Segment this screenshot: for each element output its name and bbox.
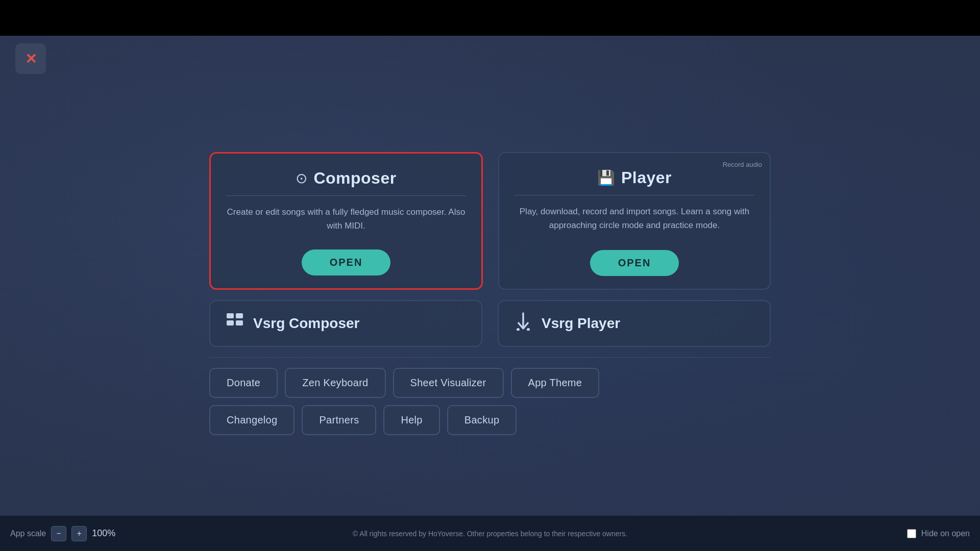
cards-row: ⊙ Composer Create or edit songs with a f… [209, 152, 771, 290]
buttons-row-1: Donate Zen Keyboard Sheet Visualizer App… [209, 368, 771, 398]
changelog-button[interactable]: Changelog [209, 405, 295, 435]
player-title-row: 💾 Player [514, 168, 754, 195]
buttons-row-2: Changelog Partners Help Backup [209, 405, 771, 435]
composer-title: Composer [313, 169, 396, 188]
record-audio-label: Record audio [723, 161, 762, 168]
help-button[interactable]: Help [383, 405, 439, 435]
backup-button[interactable]: Backup [447, 405, 517, 435]
vsrg-composer-card[interactable]: Vsrg Composer [209, 300, 482, 347]
player-description: Play, download, record and import songs.… [514, 205, 754, 238]
player-title: Player [621, 168, 672, 187]
scale-value: 100% [92, 528, 115, 539]
hide-on-open-label: Hide on open [921, 529, 970, 538]
zen-keyboard-button[interactable]: Zen Keyboard [285, 368, 385, 398]
vsrg-player-icon [514, 312, 532, 335]
vsrg-composer-title: Vsrg Composer [253, 315, 360, 332]
scale-plus-button[interactable]: + [71, 526, 87, 541]
hide-on-open-checkbox[interactable] [907, 529, 916, 538]
top-bar [0, 0, 980, 36]
vsrg-row: Vsrg Composer Vsrg Player [209, 300, 771, 347]
app-scale-label: App scale [10, 529, 46, 538]
svg-rect-0 [227, 313, 234, 318]
divider [209, 357, 771, 358]
svg-rect-1 [236, 313, 243, 318]
app-theme-button[interactable]: App Theme [511, 368, 600, 398]
composer-open-button[interactable]: OPEN [302, 249, 391, 276]
partners-button[interactable]: Partners [302, 405, 376, 435]
player-open-button[interactable]: OPEN [590, 250, 679, 276]
footer-left: App scale − + 100% [10, 526, 115, 541]
svg-rect-2 [227, 320, 234, 325]
buttons-section: Donate Zen Keyboard Sheet Visualizer App… [209, 368, 771, 435]
vsrg-player-card[interactable]: Vsrg Player [498, 300, 771, 347]
composer-description: Create or edit songs with a fully fledge… [226, 205, 466, 238]
composer-card: ⊙ Composer Create or edit songs with a f… [209, 152, 483, 290]
donate-button[interactable]: Donate [209, 368, 278, 398]
sheet-visualizer-button[interactable]: Sheet Visualizer [393, 368, 504, 398]
footer: App scale − + 100% © All rights reserved… [0, 515, 980, 551]
svg-point-5 [517, 328, 520, 331]
svg-point-6 [527, 328, 530, 331]
composer-icon: ⊙ [296, 170, 307, 187]
vsrg-player-title: Vsrg Player [542, 315, 620, 332]
main-container: ⊙ Composer Create or edit songs with a f… [0, 36, 980, 551]
close-button[interactable]: ✕ [15, 43, 46, 74]
scale-minus-button[interactable]: − [51, 526, 66, 541]
composer-title-row: ⊙ Composer [226, 169, 466, 196]
player-card: Record audio 💾 Player Play, download, re… [498, 152, 771, 290]
svg-rect-3 [236, 320, 243, 325]
vsrg-composer-icon [226, 312, 244, 335]
footer-right: Hide on open [907, 529, 970, 538]
close-icon: ✕ [25, 51, 37, 67]
footer-copyright: © All rights reserved by HoYoverse. Othe… [353, 530, 627, 538]
player-icon: 💾 [597, 169, 615, 186]
